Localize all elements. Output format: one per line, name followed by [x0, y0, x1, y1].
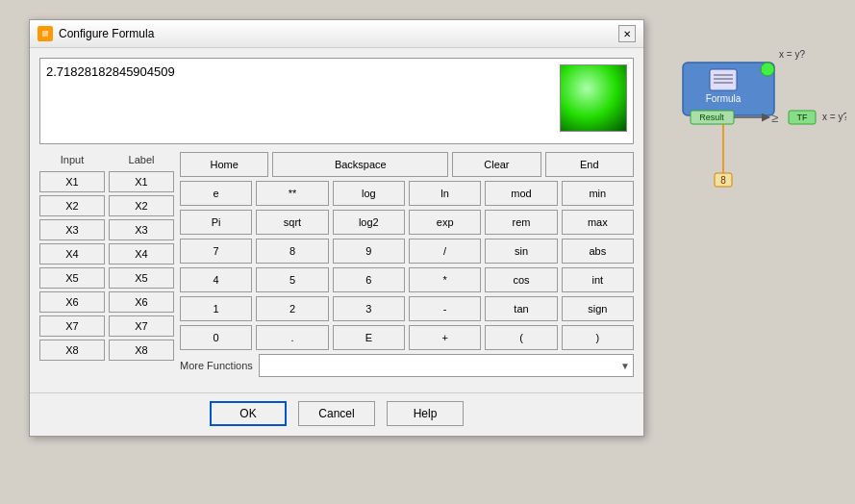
- svg-text:Formula: Formula: [706, 93, 742, 104]
- input-label-row: X4X4: [39, 243, 174, 265]
- math-btn-sign[interactable]: sign: [562, 296, 634, 321]
- math-btn-**[interactable]: **: [256, 181, 328, 206]
- title-bar-left: Configure Formula: [38, 26, 154, 41]
- diagram-svg: Formula Result ≥ TF x = y? x = y? 8: [664, 29, 846, 221]
- input-btn[interactable]: X8: [39, 340, 105, 361]
- math-btn-int[interactable]: int: [562, 267, 634, 292]
- home-button[interactable]: Home: [180, 152, 268, 177]
- input-label-panel: Input Label X1X1X2X2X3X3X4X4X5X5X6X6X7X7…: [39, 152, 174, 377]
- math-btn-*[interactable]: *: [409, 267, 481, 292]
- math-btn-.[interactable]: .: [256, 325, 328, 350]
- input-btn[interactable]: X6: [39, 291, 105, 313]
- math-btn-cos[interactable]: cos: [485, 267, 557, 292]
- math-row-0: e**loglnmodmin: [180, 181, 634, 206]
- math-row-4: 123-tansign: [180, 296, 634, 321]
- math-btn-1[interactable]: 1: [180, 296, 252, 321]
- math-btn-+[interactable]: +: [409, 325, 481, 350]
- col-header-label: Label: [109, 152, 174, 167]
- clear-button[interactable]: Clear: [452, 152, 541, 177]
- svg-text:8: 8: [720, 175, 726, 186]
- math-btn-tan[interactable]: tan: [485, 296, 557, 321]
- math-btn-5[interactable]: 5: [256, 267, 328, 292]
- math-btn-log2[interactable]: log2: [333, 210, 405, 235]
- math-btn-Pi[interactable]: Pi: [180, 210, 252, 235]
- input-label-rows: X1X1X2X2X3X3X4X4X5X5X6X6X7X7X8X8: [39, 171, 174, 361]
- nav-row: Home Backspace Clear End: [180, 152, 634, 177]
- dialog-body: Input Label X1X1X2X2X3X3X4X4X5X5X6X6X7X7…: [30, 48, 643, 387]
- cancel-button[interactable]: Cancel: [298, 401, 375, 426]
- color-preview: [560, 64, 627, 132]
- label-btn[interactable]: X6: [109, 291, 174, 313]
- svg-text:x = y?: x = y?: [779, 49, 805, 60]
- input-btn[interactable]: X3: [39, 219, 105, 240]
- backspace-button[interactable]: Backspace: [272, 152, 448, 177]
- svg-text:TF: TF: [797, 113, 808, 122]
- input-label-row: X7X7: [39, 315, 174, 337]
- math-btn-0[interactable]: 0: [180, 325, 252, 350]
- ok-button[interactable]: OK: [210, 401, 287, 426]
- math-btn-7[interactable]: 7: [180, 239, 252, 264]
- math-btn-9[interactable]: 9: [333, 239, 405, 264]
- math-btn-3[interactable]: 3: [333, 296, 405, 321]
- diagram-area: Formula Result ≥ TF x = y? x = y? 8: [664, 29, 846, 221]
- label-btn[interactable]: X1: [109, 171, 174, 192]
- math-btn-log[interactable]: log: [333, 181, 405, 206]
- help-button[interactable]: Help: [387, 401, 464, 426]
- formula-area: [39, 58, 634, 144]
- lower-section: Input Label X1X1X2X2X3X3X4X4X5X5X6X6X7X7…: [39, 152, 634, 377]
- input-label-row: X3X3: [39, 219, 174, 240]
- input-label-header: Input Label: [39, 152, 174, 167]
- math-btn-rem[interactable]: rem: [485, 210, 557, 235]
- math-btn-([interactable]: (: [485, 325, 557, 350]
- label-btn[interactable]: X3: [109, 219, 174, 240]
- label-btn[interactable]: X5: [109, 267, 174, 289]
- math-btn-exp[interactable]: exp: [409, 210, 481, 235]
- math-btn-)[interactable]: ): [562, 325, 634, 350]
- math-row-5: 0.E+(): [180, 325, 634, 350]
- math-btn-/[interactable]: /: [409, 239, 481, 264]
- input-btn[interactable]: X1: [39, 171, 105, 192]
- label-btn[interactable]: X8: [109, 340, 174, 361]
- col-header-input: Input: [39, 152, 105, 167]
- more-functions-label: More Functions: [180, 360, 253, 371]
- math-btn-sqrt[interactable]: sqrt: [256, 210, 328, 235]
- math-btn-2[interactable]: 2: [256, 296, 328, 321]
- input-btn[interactable]: X7: [39, 315, 105, 337]
- math-btn-max[interactable]: max: [562, 210, 634, 235]
- more-functions-dropdown-wrapper: ▼: [259, 354, 634, 377]
- end-button[interactable]: End: [545, 152, 634, 177]
- input-btn[interactable]: X2: [39, 195, 105, 216]
- math-row-3: 456*cosint: [180, 267, 634, 292]
- math-btn-4[interactable]: 4: [180, 267, 252, 292]
- math-btn-e[interactable]: e: [180, 181, 252, 206]
- math-btn-min[interactable]: min: [562, 181, 634, 206]
- configure-formula-dialog: Configure Formula ✕ Input Label X1X1X2X2…: [29, 19, 644, 437]
- math-btn-6[interactable]: 6: [333, 267, 405, 292]
- input-btn[interactable]: X4: [39, 243, 105, 265]
- math-btn-ln[interactable]: ln: [409, 181, 481, 206]
- svg-text:x = y?: x = y?: [822, 112, 846, 122]
- formula-input[interactable]: [46, 64, 552, 138]
- svg-rect-5: [710, 69, 737, 90]
- svg-text:Result: Result: [699, 113, 724, 122]
- math-row-2: 789/sinabs: [180, 239, 634, 264]
- input-btn[interactable]: X5: [39, 267, 105, 289]
- label-btn[interactable]: X4: [109, 243, 174, 265]
- dialog-title: Configure Formula: [59, 27, 154, 40]
- keypad-panel: Home Backspace Clear End e**loglnmodminP…: [180, 152, 634, 377]
- label-btn[interactable]: X2: [109, 195, 174, 216]
- math-rows: e**loglnmodminPisqrtlog2expremmax789/sin…: [180, 181, 634, 350]
- close-button[interactable]: ✕: [618, 25, 636, 42]
- input-label-row: X8X8: [39, 340, 174, 361]
- math-btn-mod[interactable]: mod: [485, 181, 557, 206]
- input-label-row: X2X2: [39, 195, 174, 216]
- math-btn-E[interactable]: E: [333, 325, 405, 350]
- formula-icon: [38, 26, 53, 41]
- input-label-row: X6X6: [39, 291, 174, 313]
- math-btn-abs[interactable]: abs: [562, 239, 634, 264]
- math-btn-8[interactable]: 8: [256, 239, 328, 264]
- more-functions-select[interactable]: [259, 354, 634, 377]
- math-btn-sin[interactable]: sin: [485, 239, 557, 264]
- label-btn[interactable]: X7: [109, 315, 174, 337]
- math-btn--[interactable]: -: [409, 296, 481, 321]
